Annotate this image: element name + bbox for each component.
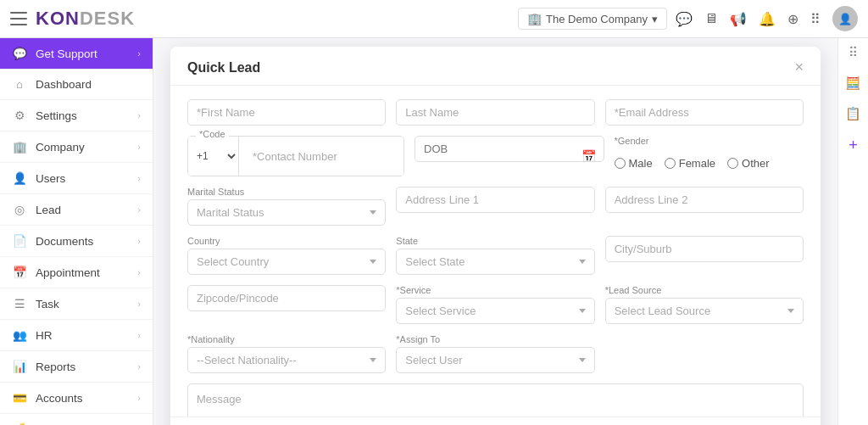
address2-input[interactable] bbox=[605, 187, 804, 213]
city-input[interactable] bbox=[605, 236, 804, 262]
right-panel-add-icon[interactable]: + bbox=[849, 137, 858, 154]
bell-icon[interactable]: 🔔 bbox=[759, 11, 776, 27]
nationality-select[interactable]: --Select Nationality-- bbox=[187, 347, 386, 373]
phone-code-select[interactable]: +1 +44 +91 bbox=[188, 137, 239, 176]
arrow-icon: › bbox=[137, 173, 141, 183]
sidebar-item-get-support[interactable]: 💬 Get Support › bbox=[0, 38, 153, 70]
arrow-icon: › bbox=[137, 110, 141, 120]
lead-icon: ◎ bbox=[12, 203, 27, 216]
modal-title: Quick Lead bbox=[187, 60, 260, 75]
modal-overlay: Quick Lead × bbox=[153, 38, 837, 425]
state-group: State Select State bbox=[396, 236, 594, 275]
code-label: *Code bbox=[196, 129, 229, 139]
contact-number-input[interactable] bbox=[244, 137, 403, 176]
logo-kon: KON bbox=[36, 8, 80, 29]
right-panel: ⠿ 🧮 📋 + bbox=[837, 38, 868, 425]
form-row-7 bbox=[187, 383, 804, 417]
marital-status-select[interactable]: Marital Status Single Married bbox=[187, 199, 386, 226]
modal-header: Quick Lead × bbox=[170, 47, 821, 86]
sidebar-item-accounts[interactable]: 💳 Accounts › bbox=[0, 383, 153, 414]
calendar-icon[interactable]: 📅 bbox=[581, 149, 596, 163]
phone-group: *Code +1 +44 +91 bbox=[187, 136, 404, 176]
assign-to-select[interactable]: Select User bbox=[396, 347, 594, 373]
zipcode-group bbox=[187, 285, 386, 324]
first-name-input[interactable] bbox=[187, 99, 386, 126]
megaphone-icon[interactable]: 📢 bbox=[730, 11, 747, 27]
company-dropdown-icon: ▾ bbox=[652, 13, 658, 25]
form-row-3: Marital Status Marital Status Single Mar… bbox=[187, 187, 804, 226]
country-select[interactable]: Select Country bbox=[187, 249, 386, 275]
settings-icon: ⚙ bbox=[12, 109, 27, 122]
sidebar-item-task[interactable]: ☰ Task › bbox=[0, 288, 153, 320]
get-support-icon: 💬 bbox=[12, 47, 27, 60]
gender-male-option[interactable]: Male bbox=[615, 157, 653, 170]
last-name-group bbox=[396, 99, 594, 126]
sidebar-item-label: Lead bbox=[36, 204, 129, 216]
sidebar-item-label: Company bbox=[36, 141, 129, 154]
service-label: *Service bbox=[396, 285, 594, 295]
sidebar-item-documents[interactable]: 📄 Documents › bbox=[0, 226, 153, 257]
country-group: Country Select Country bbox=[187, 236, 386, 275]
service-select[interactable]: Select Service bbox=[396, 298, 594, 324]
chat-icon[interactable]: 💬 bbox=[676, 11, 693, 27]
topnav: KONDESK 🏢 The Demo Company ▾ 💬 🖥 📢 🔔 ⊕ ⠿… bbox=[0, 0, 868, 38]
add-circle-icon[interactable]: ⊕ bbox=[787, 11, 798, 27]
dob-input[interactable] bbox=[415, 136, 604, 162]
documents-icon: 📄 bbox=[12, 234, 27, 248]
gender-label: *Gender bbox=[615, 136, 804, 146]
country-label: Country bbox=[187, 236, 386, 246]
grid-icon[interactable]: ⠿ bbox=[810, 11, 821, 27]
company-icon: 🏢 bbox=[12, 140, 27, 154]
right-panel-calculator-icon[interactable]: 🧮 bbox=[845, 75, 861, 91]
hamburger-menu[interactable] bbox=[10, 12, 27, 25]
arrow-icon: › bbox=[137, 236, 141, 246]
topnav-icons: 💬 🖥 📢 🔔 ⊕ ⠿ 👤 bbox=[676, 6, 858, 31]
sidebar-item-appointment[interactable]: 📅 Appointment › bbox=[0, 257, 153, 288]
first-name-group bbox=[187, 99, 386, 126]
gender-group: *Gender Male Female bbox=[615, 136, 804, 176]
sidebar-item-label: HR bbox=[36, 329, 129, 342]
gender-male-radio[interactable] bbox=[615, 158, 626, 169]
company-selector[interactable]: 🏢 The Demo Company ▾ bbox=[518, 8, 667, 30]
message-textarea[interactable] bbox=[187, 383, 804, 417]
arrow-icon: › bbox=[137, 48, 141, 59]
sidebar-item-label: Reports bbox=[36, 361, 129, 373]
right-panel-document-icon[interactable]: 📋 bbox=[845, 106, 861, 121]
sidebar-item-settings[interactable]: ⚙ Settings › bbox=[0, 100, 153, 131]
sidebar-item-reports[interactable]: 📊 Reports › bbox=[0, 351, 153, 383]
gender-female-option[interactable]: Female bbox=[665, 157, 715, 170]
sidebar-item-dashboard[interactable]: ⌂ Dashboard bbox=[0, 70, 153, 100]
email-input[interactable] bbox=[605, 99, 804, 126]
layout: 💬 Get Support › ⌂ Dashboard ⚙ Settings ›… bbox=[0, 38, 868, 425]
marital-status-group: Marital Status Marital Status Single Mar… bbox=[187, 187, 386, 226]
gender-other-radio[interactable] bbox=[727, 158, 738, 169]
monitor-icon[interactable]: 🖥 bbox=[704, 11, 718, 26]
sidebar-item-company[interactable]: 🏢 Company › bbox=[0, 131, 153, 163]
avatar[interactable]: 👤 bbox=[832, 6, 858, 31]
sidebar: 💬 Get Support › ⌂ Dashboard ⚙ Settings ›… bbox=[0, 38, 153, 425]
form-row-5: *Service Select Service *Lead Source Sel… bbox=[187, 285, 804, 324]
zipcode-input[interactable] bbox=[187, 285, 386, 311]
gender-female-radio[interactable] bbox=[665, 158, 676, 169]
state-select[interactable]: Select State bbox=[396, 249, 594, 275]
gender-other-option[interactable]: Other bbox=[727, 157, 770, 170]
marital-status-label: Marital Status bbox=[187, 187, 386, 197]
last-name-input[interactable] bbox=[396, 99, 594, 126]
sidebar-item-commission[interactable]: 💰 Commission › bbox=[0, 414, 153, 425]
sidebar-item-hr[interactable]: 👥 HR › bbox=[0, 320, 153, 351]
users-icon: 👤 bbox=[12, 171, 27, 185]
form-row-2: *Code +1 +44 +91 bbox=[187, 136, 804, 176]
lead-source-group: *Lead Source Select Lead Source bbox=[605, 285, 804, 324]
logo: KONDESK bbox=[36, 8, 509, 30]
address1-input[interactable] bbox=[396, 187, 594, 213]
arrow-icon: › bbox=[137, 393, 141, 403]
sidebar-item-lead[interactable]: ◎ Lead › bbox=[0, 194, 153, 226]
lead-source-select[interactable]: Select Lead Source bbox=[605, 298, 804, 324]
right-panel-grid-icon[interactable]: ⠿ bbox=[849, 45, 858, 60]
arrow-icon: › bbox=[137, 299, 141, 309]
sidebar-item-users[interactable]: 👤 Users › bbox=[0, 163, 153, 194]
modal-footer: 💾 Save ✕ Cancel bbox=[170, 417, 821, 425]
arrow-icon: › bbox=[137, 204, 141, 215]
appointment-icon: 📅 bbox=[12, 266, 27, 279]
modal-close-button[interactable]: × bbox=[794, 59, 804, 76]
